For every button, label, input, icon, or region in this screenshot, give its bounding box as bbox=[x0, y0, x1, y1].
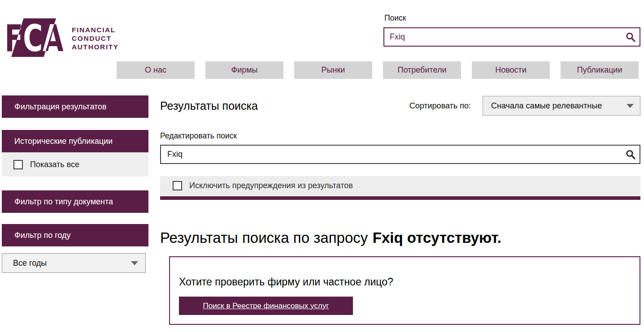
nav-firms[interactable]: Фирмы bbox=[205, 61, 283, 79]
no-results-emphasis: Fxiq отсутствуют. bbox=[373, 229, 501, 246]
show-all-row: Показать все bbox=[2, 152, 148, 177]
nav-markets[interactable]: Рынки bbox=[294, 61, 372, 79]
chevron-down-icon bbox=[627, 104, 634, 108]
filters-sidebar: Фильтрация результатов Исторические публ… bbox=[2, 95, 148, 273]
sidebar-doc-type-header[interactable]: Фильтр по типу документа bbox=[2, 190, 148, 213]
exclude-warnings-checkbox[interactable] bbox=[173, 181, 182, 190]
sort-dropdown[interactable]: Сначала самые релевантные bbox=[483, 96, 640, 116]
edit-search-label: Редактировать поиск bbox=[160, 131, 640, 141]
sidebar-filter-results-header[interactable]: Фильтрация результатов bbox=[2, 95, 148, 118]
section-divider bbox=[160, 196, 640, 200]
year-dropdown-value: Все годы bbox=[13, 259, 47, 268]
brand-line-financial: FINANCIAL bbox=[72, 26, 119, 34]
brand-line-conduct: CONDUCT bbox=[72, 34, 119, 43]
sort-dropdown-value: Сначала самые релевантные bbox=[491, 101, 602, 111]
no-results-prefix: Результаты поиска по запросу bbox=[160, 229, 368, 246]
nav-publications[interactable]: Публикации bbox=[561, 61, 639, 79]
edit-search-input[interactable] bbox=[161, 146, 640, 163]
brand-line-authority: AUTHORITY bbox=[72, 43, 119, 51]
fca-logo[interactable]: FCA FCA bbox=[4, 17, 66, 58]
no-results-heading: Результаты поиска по запросуFxiq отсутст… bbox=[160, 229, 640, 246]
nav-about[interactable]: О нас bbox=[117, 61, 195, 79]
header-search-input[interactable] bbox=[384, 28, 640, 46]
sidebar-historical-publications-header[interactable]: Исторические публикации bbox=[2, 130, 148, 152]
header-search-box bbox=[383, 27, 640, 47]
sort-by-label: Сортировать по: bbox=[409, 101, 471, 111]
brand-wordmark: FINANCIAL CONDUCT AUTHORITY bbox=[72, 26, 119, 51]
nav-news[interactable]: Новости bbox=[472, 61, 550, 79]
fca-search-results-page: FCA FCA FINANCIAL CONDUCT AUTHORITY Поис… bbox=[0, 0, 644, 332]
primary-nav: О нас Фирмы Рынки Потребители Новости Пу… bbox=[117, 61, 639, 79]
register-suggestion-panel: Хотите проверить фирму или частное лицо?… bbox=[169, 256, 640, 325]
chevron-down-icon bbox=[131, 261, 138, 265]
exclude-warnings-label: Исключить предупреждения из результатов bbox=[189, 181, 353, 190]
results-header-row: Результаты поиска Сортировать по: Сначал… bbox=[160, 95, 640, 116]
results-main: Результаты поиска Сортировать по: Сначал… bbox=[160, 95, 640, 325]
sidebar-year-header[interactable]: Фильтр по году bbox=[2, 224, 148, 246]
show-all-label: Показать все bbox=[30, 160, 79, 169]
nav-consumers[interactable]: Потребители bbox=[383, 61, 461, 79]
header-search-label: Поиск bbox=[384, 13, 406, 23]
edit-search-box bbox=[160, 145, 640, 164]
register-search-button[interactable]: Поиск в Реестре финансовых услуг bbox=[179, 297, 353, 315]
page-title: Результаты поиска bbox=[160, 99, 258, 112]
search-icon[interactable] bbox=[625, 149, 636, 160]
register-prompt: Хотите проверить фирму или частное лицо? bbox=[179, 276, 640, 288]
year-dropdown[interactable]: Все годы bbox=[2, 253, 146, 273]
show-all-checkbox[interactable] bbox=[13, 160, 23, 169]
search-icon[interactable] bbox=[625, 32, 636, 43]
exclude-warnings-row: Исключить предупреждения из результатов bbox=[160, 176, 640, 195]
